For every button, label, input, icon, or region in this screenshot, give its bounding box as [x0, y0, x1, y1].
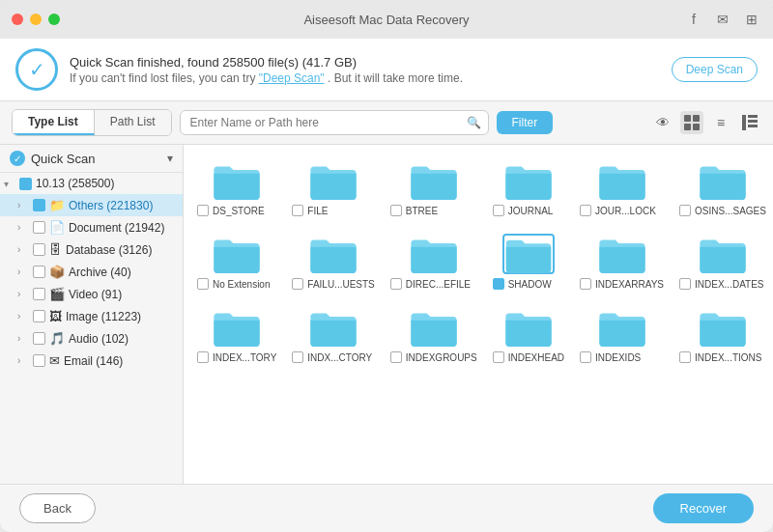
scan-selector[interactable]: ✓ Quick Scan ▾	[0, 145, 183, 173]
sidebar-item-document[interactable]: › 📄 Document (21942)	[0, 216, 183, 238]
database-expander-icon[interactable]: ›	[17, 244, 29, 255]
file-checkbox[interactable]	[390, 351, 402, 363]
search-input[interactable]	[180, 110, 489, 135]
file-item[interactable]: INDEXHEAD	[489, 301, 568, 367]
sidebar-item-email[interactable]: › ✉ Email (146)	[0, 350, 183, 372]
message-icon[interactable]: ✉	[713, 10, 732, 29]
audio-checkbox[interactable]	[33, 332, 45, 345]
file-name: No Extension	[213, 279, 270, 290]
email-checkbox[interactable]	[33, 354, 45, 367]
minimize-button[interactable]	[30, 14, 42, 25]
file-checkbox[interactable]	[493, 278, 504, 290]
file-checkbox[interactable]	[197, 205, 209, 216]
file-item[interactable]: INDEXGROUPS	[386, 301, 481, 367]
folder-icon	[211, 160, 263, 201]
file-checkbox[interactable]	[390, 205, 402, 216]
recover-button[interactable]: Recover	[653, 493, 754, 523]
file-checkbox[interactable]	[679, 278, 691, 290]
file-checkbox[interactable]	[390, 278, 402, 290]
archive-checkbox[interactable]	[33, 266, 45, 278]
sidebar-item-image[interactable]: › 🖼 Image (11223)	[0, 305, 183, 327]
video-checkbox[interactable]	[33, 288, 45, 300]
file-checkbox[interactable]	[292, 351, 303, 363]
status-line2: If you can't find lost files, you can tr…	[70, 71, 463, 85]
sidebar-item-database[interactable]: › 🗄 Database (3126)	[0, 238, 183, 261]
email-expander-icon[interactable]: ›	[17, 355, 29, 366]
archive-expander-icon[interactable]: ›	[17, 266, 29, 277]
detail-view-icon[interactable]	[738, 111, 761, 134]
file-item[interactable]: INDX...CTORY	[288, 301, 378, 367]
tab-type-list[interactable]: Type List	[13, 110, 95, 135]
root-expander-icon[interactable]: ▾	[4, 179, 15, 189]
file-checkbox[interactable]	[580, 205, 591, 216]
file-item[interactable]: INDEXIDS	[576, 301, 668, 367]
file-item[interactable]: OSINS...SAGES	[675, 154, 770, 220]
image-checkbox[interactable]	[33, 310, 45, 322]
facebook-icon[interactable]: f	[684, 10, 703, 29]
scan-chevron-icon[interactable]: ▾	[167, 152, 173, 165]
folder-icon	[596, 234, 648, 274]
file-item[interactable]: FAILU...UESTS	[288, 228, 378, 294]
maximize-button[interactable]	[48, 14, 60, 25]
file-item[interactable]: BTREE	[386, 154, 481, 220]
document-checkbox[interactable]	[33, 221, 45, 234]
folder-icon	[596, 307, 648, 348]
others-label: Others (221830)	[69, 199, 175, 212]
file-item[interactable]: INDEX...TIONS	[675, 301, 770, 367]
folder-icon	[408, 160, 460, 201]
root-checkbox[interactable]	[19, 178, 32, 190]
file-item[interactable]: DIREC...EFILE	[386, 228, 481, 294]
folder-icon	[697, 234, 749, 274]
root-label: 10.13 (258500)	[36, 177, 175, 190]
file-checkbox[interactable]	[679, 351, 691, 363]
file-item[interactable]: JOURNAL	[489, 154, 568, 220]
file-checkbox[interactable]	[580, 351, 591, 363]
file-item[interactable]: JOUR...LOCK	[576, 154, 668, 220]
file-checkbox[interactable]	[292, 205, 303, 216]
back-button[interactable]: Back	[19, 493, 96, 523]
grid-view-icon[interactable]	[680, 111, 703, 134]
list-view-icon[interactable]: ≡	[709, 111, 732, 134]
file-checkbox[interactable]	[197, 278, 209, 290]
tree-root[interactable]: ▾ 10.13 (258500)	[0, 173, 183, 194]
database-checkbox[interactable]	[33, 243, 45, 256]
audio-expander-icon[interactable]: ›	[17, 333, 29, 344]
image-label: Image (11223)	[66, 310, 175, 323]
grid-icon[interactable]: ⊞	[742, 10, 761, 29]
others-expander-icon[interactable]: ›	[17, 200, 29, 210]
eye-icon[interactable]: 👁	[651, 111, 674, 134]
file-checkbox[interactable]	[679, 205, 691, 216]
filter-button[interactable]: Filter	[497, 111, 554, 134]
sidebar-item-video[interactable]: › 🎬 Video (91)	[0, 283, 183, 305]
close-button[interactable]	[12, 14, 23, 25]
file-item[interactable]: SHADOW	[489, 228, 568, 294]
file-grid: DS_STORE FILE BTREE JOURNAL JOUR...LOCK …	[193, 154, 763, 367]
document-expander-icon[interactable]: ›	[17, 222, 29, 233]
folder-icon	[408, 234, 460, 274]
svg-rect-5	[748, 115, 758, 118]
file-item[interactable]: INDEXARRAYS	[576, 228, 668, 294]
file-item[interactable]: FILE	[288, 154, 378, 220]
svg-rect-1	[693, 115, 700, 122]
status-line1: Quick Scan finished, found 258500 file(s…	[70, 55, 463, 70]
file-checkbox[interactable]	[197, 351, 209, 363]
file-item[interactable]: INDEX...DATES	[675, 228, 770, 294]
file-checkbox[interactable]	[292, 278, 303, 290]
others-checkbox[interactable]	[33, 199, 45, 211]
image-expander-icon[interactable]: ›	[17, 311, 29, 322]
video-expander-icon[interactable]: ›	[17, 289, 29, 299]
tab-path-list[interactable]: Path List	[95, 110, 171, 135]
deep-scan-link[interactable]: "Deep Scan"	[259, 71, 325, 85]
file-item[interactable]: DS_STORE	[193, 154, 280, 220]
file-checkbox[interactable]	[580, 278, 591, 290]
file-item[interactable]: INDEX...TORY	[193, 301, 280, 367]
sidebar-item-others[interactable]: › 📁 Others (221830)	[0, 194, 183, 216]
file-item[interactable]: No Extension	[193, 228, 280, 294]
file-checkbox[interactable]	[493, 351, 504, 363]
deep-scan-button[interactable]: Deep Scan	[672, 57, 758, 82]
sidebar-item-archive[interactable]: › 📦 Archive (40)	[0, 261, 183, 283]
file-checkbox[interactable]	[493, 205, 504, 216]
sidebar-item-audio[interactable]: › 🎵 Audio (102)	[0, 327, 183, 350]
search-icon: 🔍	[467, 116, 481, 129]
email-label: Email (146)	[64, 354, 175, 368]
